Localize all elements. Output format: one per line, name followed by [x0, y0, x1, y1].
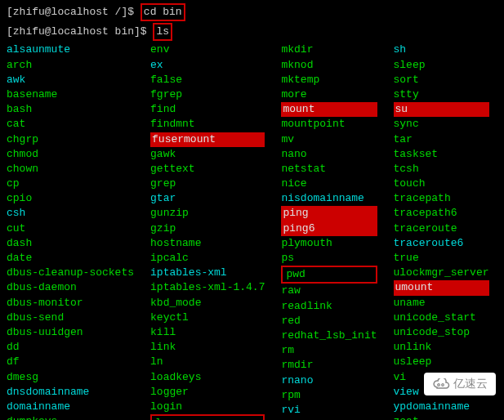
file-readlink: readlink: [281, 299, 377, 314]
file-nice: nice: [281, 176, 377, 191]
file-unicode_stop: unicode_stop: [394, 325, 489, 340]
file-csh: csh: [7, 206, 134, 221]
file-link: link: [150, 340, 265, 355]
file-mount: mount: [281, 102, 377, 117]
file-ex: ex: [150, 58, 265, 73]
file-touch: touch: [394, 176, 489, 191]
file-usleep: usleep: [394, 355, 489, 369]
file-hostname: hostname: [150, 236, 265, 251]
file-arch: arch: [7, 58, 134, 73]
file-false: false: [150, 73, 265, 87]
file-dmesg: dmesg: [7, 370, 134, 385]
file-column-2: envexfalsefgrepfindfindmntfusermountgawk…: [150, 42, 265, 420]
file-gtar: gtar: [150, 191, 265, 206]
file-dbus-send: dbus-send: [7, 311, 134, 325]
file-zcat: zcat: [394, 414, 489, 420]
file-alsaunmute: alsaunmute: [7, 42, 134, 57]
file-bash: bash: [7, 102, 134, 117]
file-more: more: [281, 87, 377, 102]
file-sleep: sleep: [394, 58, 489, 73]
terminal-output[interactable]: [zhifu@localhost /]$ cd bin [zhifu@local…: [0, 0, 504, 420]
file-gettext: gettext: [150, 162, 265, 176]
file-dnsdomainname: dnsdomainname: [7, 385, 134, 400]
file-tcsh: tcsh: [394, 162, 489, 176]
file-iptables-xml-1.4.7: iptables-xml-1.4.7: [150, 280, 265, 295]
file-uname: uname: [394, 296, 489, 311]
file-sort: sort: [394, 73, 489, 87]
file-taskset: taskset: [394, 147, 489, 162]
file-rnano: rnano: [281, 373, 377, 388]
file-gzip: gzip: [150, 221, 265, 236]
file-rmdir: rmdir: [281, 358, 377, 373]
file-rvi: rvi: [281, 403, 377, 418]
watermark: 亿速云: [424, 373, 496, 395]
command-ls: ls: [153, 23, 172, 41]
file-netstat: netstat: [281, 162, 377, 176]
file-sync: sync: [394, 117, 489, 132]
file-ls: ls: [150, 414, 265, 420]
file-cp: cp: [7, 176, 134, 191]
file-dbus-monitor: dbus-monitor: [7, 296, 134, 311]
file-ypdomainname: ypdomainname: [394, 400, 489, 414]
file-mknod: mknod: [281, 58, 377, 73]
file-rm: rm: [281, 343, 377, 358]
file-cut: cut: [7, 221, 134, 236]
file-dash: dash: [7, 236, 134, 251]
file-sh: sh: [394, 42, 489, 57]
file-tracepath: tracepath: [394, 191, 489, 206]
file-nisdomainname: nisdomainname: [281, 191, 377, 206]
file-dbus-uuidgen: dbus-uuidgen: [7, 325, 134, 340]
file-mv: mv: [281, 132, 377, 147]
ls-output: alsaunmutearchawkbasenamebashcatchgrpchm…: [7, 42, 497, 420]
file-unlink: unlink: [394, 340, 489, 355]
file-ping: ping: [281, 206, 377, 221]
file-stty: stty: [394, 87, 489, 102]
file-df: df: [7, 355, 134, 369]
file-iptables-xml: iptables-xml: [150, 266, 265, 280]
svg-point-0: [438, 384, 440, 386]
cloud-icon: [432, 378, 450, 390]
file-red: red: [281, 314, 377, 328]
file-umount: umount: [394, 280, 489, 295]
file-rpm: rpm: [281, 388, 377, 403]
file-dbus-daemon: dbus-daemon: [7, 280, 134, 295]
file-loadkeys: loadkeys: [150, 370, 265, 385]
file-cat: cat: [7, 117, 134, 132]
file-nano: nano: [281, 147, 377, 162]
watermark-text: 亿速云: [453, 376, 488, 392]
file-traceroute6: traceroute6: [394, 236, 489, 251]
prompt-line-2: [zhifu@localhost bin]$ ls: [7, 23, 497, 41]
file-redhat_lsb_init: redhat_lsb_init: [281, 328, 377, 343]
file-findmnt: findmnt: [150, 117, 265, 132]
file-logger: logger: [150, 385, 265, 400]
file-mountpoint: mountpoint: [281, 117, 377, 132]
file-tar: tar: [394, 132, 489, 147]
file-chown: chown: [7, 162, 134, 176]
file-column-4: shsleepsortsttysusynctartasksettcshtouch…: [394, 42, 489, 420]
file-dbus-cleanup-sockets: dbus-cleanup-sockets: [7, 266, 134, 280]
file-domainname: domainname: [7, 400, 134, 414]
file-grep: grep: [150, 176, 265, 191]
file-column-3: mkdirmknodmktempmoremountmountpointmvnan…: [281, 42, 377, 420]
file-pwd: pwd: [281, 266, 377, 284]
file-cpio: cpio: [7, 191, 134, 206]
file-kill: kill: [150, 325, 265, 340]
file-mktemp: mktemp: [281, 73, 377, 87]
file-chmod: chmod: [7, 147, 134, 162]
svg-point-1: [442, 384, 444, 386]
file-basename: basename: [7, 87, 134, 102]
file-fgrep: fgrep: [150, 87, 265, 102]
file-ln: ln: [150, 355, 265, 369]
file-login: login: [150, 400, 265, 414]
file-mkdir: mkdir: [281, 42, 377, 57]
file-fusermount: fusermount: [150, 132, 265, 147]
file-gunzip: gunzip: [150, 206, 265, 221]
file-tracepath6: tracepath6: [394, 206, 489, 221]
file-dd: dd: [7, 340, 134, 355]
shell-prompt: [zhifu@localhost /]$: [7, 6, 134, 18]
file-find: find: [150, 102, 265, 117]
file-ps: ps: [281, 251, 377, 266]
file-ipcalc: ipcalc: [150, 251, 265, 266]
file-true: true: [394, 251, 489, 266]
command-cd: cd bin: [140, 3, 185, 21]
